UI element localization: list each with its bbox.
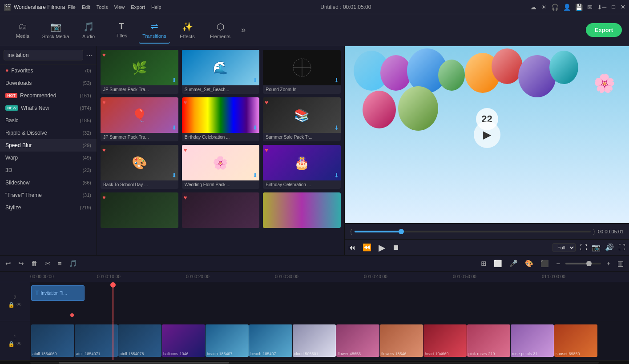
toolbar-stock-media[interactable]: 📷 Stock Media xyxy=(40,17,71,44)
download-icon[interactable]: ⬇ xyxy=(597,4,602,11)
nav-stylize[interactable]: Stylize (219) xyxy=(0,201,97,214)
menu-edit[interactable]: Edit xyxy=(82,4,90,10)
toolbar-transitions[interactable]: ⇌ Transitions xyxy=(139,17,170,44)
eye-icon[interactable]: 👁 xyxy=(16,302,22,308)
eye-icon-1[interactable]: 👁 xyxy=(16,341,22,347)
save-icon[interactable]: 💾 xyxy=(575,4,583,11)
voice-button[interactable]: 🎤 xyxy=(508,259,520,268)
toolbar-effects[interactable]: ✨ Effects xyxy=(172,17,203,44)
toolbar-media[interactable]: 🗂 Media xyxy=(7,17,38,44)
nav-warp[interactable]: Warp (49) xyxy=(0,152,97,164)
titlebar-icons[interactable]: ☁ ☀ 🎧 👤 💾 ✉ ⬇ xyxy=(530,4,602,11)
zoom-out-button[interactable]: − xyxy=(554,259,562,268)
toolbar-audio[interactable]: 🎵 Audio xyxy=(73,17,104,44)
thumb-r4-1[interactable]: ♥ xyxy=(101,192,178,228)
fit-screen-button[interactable]: ⛶ xyxy=(580,244,587,252)
lock-icon-1[interactable]: 🔒 xyxy=(8,341,15,347)
thumb-round-zoom[interactable]: ⬇ Round Zoom In xyxy=(263,50,341,94)
step-back-button[interactable]: ⏮ xyxy=(348,244,355,252)
window-controls[interactable]: ─ □ ✕ xyxy=(602,4,625,10)
mail-icon[interactable]: ✉ xyxy=(587,4,593,11)
zoom-slider[interactable] xyxy=(565,263,601,264)
search-options-icon[interactable]: ⋯ xyxy=(86,51,93,60)
settings-button[interactable]: ▥ xyxy=(616,259,625,268)
nav-whats-new[interactable]: NEW What's New (374) xyxy=(0,102,97,114)
toolbar-titles[interactable]: T Titles xyxy=(106,17,137,44)
menu-tools[interactable]: Tools xyxy=(97,4,108,10)
menu-file[interactable]: File xyxy=(68,4,76,10)
bracket-left[interactable]: { xyxy=(350,228,352,235)
nav-recommended[interactable]: HOT Recommended (161) xyxy=(0,89,97,102)
fullscreen-button[interactable]: ⛶ xyxy=(618,244,625,252)
menu-bar[interactable]: File Edit Tools View Export Help xyxy=(68,4,161,10)
nav-speed-blur[interactable]: Speed Blur (29) xyxy=(0,139,97,152)
clip-roses[interactable]: pink-roses-219 xyxy=(467,324,510,357)
menu-export[interactable]: Export xyxy=(131,4,145,10)
redo-button[interactable]: ↪ xyxy=(16,259,26,268)
delete-button[interactable]: 🗑 xyxy=(29,259,40,268)
nav-travel[interactable]: "Travel" Theme (31) xyxy=(0,189,97,201)
clip-flowers[interactable]: flowers-18546 xyxy=(380,324,423,357)
thumb-wedding-floral[interactable]: ♥ 🌸 ⬇ Wedding Floral Pack ... xyxy=(182,145,260,189)
thumb-summer-set-beach[interactable]: 🌊 ⬇ Summer_Set_Beach... xyxy=(182,50,260,94)
audio-adjust-button[interactable]: 🎵 xyxy=(67,259,79,268)
cut-button[interactable]: ✂ xyxy=(43,259,52,268)
search-input[interactable] xyxy=(4,50,83,60)
scrollbar-track[interactable] xyxy=(30,362,599,364)
adjust-button[interactable]: ≡ xyxy=(56,259,64,268)
clip-atoll-3[interactable]: atoll-1854078 xyxy=(118,324,161,357)
cloud-icon[interactable]: ☁ xyxy=(530,4,536,11)
nav-ripple[interactable]: Ripple & Dissolve (32) xyxy=(0,127,97,139)
clip-heart[interactable]: heart-104669 xyxy=(423,324,467,357)
nav-basic[interactable]: Basic (185) xyxy=(0,114,97,127)
export-button[interactable]: Export xyxy=(586,23,622,37)
nav-3d[interactable]: 3D (23) xyxy=(0,164,97,176)
clip-sunset[interactable]: sunset-69850 xyxy=(554,324,597,357)
clip-atoll-2[interactable]: atoll-1854071 xyxy=(75,324,118,357)
lock-icon[interactable]: 🔒 xyxy=(8,302,15,308)
headphone-icon[interactable]: 🎧 xyxy=(551,4,559,11)
size-select[interactable]: Full 1/2 1/4 xyxy=(552,243,576,252)
thumb-birthday-2[interactable]: ♥ 🎂 ⬇ Birthday Celebration ... xyxy=(263,145,341,189)
menu-view[interactable]: View xyxy=(114,4,125,10)
nav-downloads[interactable]: Downloads (53) xyxy=(0,77,97,89)
expand-button[interactable]: » xyxy=(241,25,246,35)
clip-cloud[interactable]: cloud-505501 xyxy=(293,324,336,357)
minimize-button[interactable]: ─ xyxy=(602,4,606,10)
zoom-in-button[interactable]: + xyxy=(605,259,612,268)
person-icon[interactable]: 👤 xyxy=(563,4,571,11)
undo-button[interactable]: ↩ xyxy=(4,259,13,268)
nav-slideshow[interactable]: Slideshow (66) xyxy=(0,176,97,189)
thumb-jp-summer-2[interactable]: ♥ 🎈 ⬇ JP Summer Pack Tra... xyxy=(101,97,178,141)
toolbar-elements[interactable]: ⬡ Elements xyxy=(205,17,236,44)
sun-icon[interactable]: ☀ xyxy=(541,4,547,11)
thumb-r4-3[interactable] xyxy=(263,192,341,228)
thumb-back-to-school[interactable]: ♥ 🎨 ⬇ Back To School Day ... xyxy=(101,145,178,189)
timeline-scrollbar[interactable] xyxy=(0,360,629,364)
play-button[interactable]: ▶ xyxy=(379,242,385,253)
clip-flower[interactable]: flower-48653 xyxy=(336,324,379,357)
thumb-birthday-celebration[interactable]: ♥ ⬇ Birthday Celebration ... xyxy=(182,97,260,141)
color-button[interactable]: 🎨 xyxy=(523,259,535,268)
clip-beach-1[interactable]: beach-185407 xyxy=(206,324,249,357)
close-button[interactable]: ✕ xyxy=(621,4,625,10)
pip-button[interactable]: ⬛ xyxy=(539,259,551,268)
thumb-summer-sale[interactable]: ♥ 📚 ⬇ Summer Sale Pack Tr... xyxy=(263,97,341,141)
maximize-button[interactable]: □ xyxy=(612,4,615,10)
snap-button[interactable]: ⊞ xyxy=(479,259,488,268)
clip-beach-2[interactable]: beach-185407 xyxy=(249,324,292,357)
clip-balloons[interactable]: balloons-1046 xyxy=(162,324,205,357)
menu-help[interactable]: Help xyxy=(151,4,161,10)
clip-petals[interactable]: rose-petals-31 xyxy=(511,324,554,357)
frame-back-button[interactable]: ⏪ xyxy=(363,243,371,252)
split-button[interactable]: ⬜ xyxy=(492,259,504,268)
clip-atoll-1[interactable]: atoll-1854069 xyxy=(31,324,74,357)
text-clip[interactable]: T Invitation Ti... xyxy=(31,285,85,301)
bracket-right[interactable]: } xyxy=(593,228,595,235)
volume-button[interactable]: 🔊 xyxy=(605,243,614,252)
stop-button[interactable]: ⏹ xyxy=(392,244,399,252)
screenshot-button[interactable]: 📷 xyxy=(592,243,601,252)
nav-favorites[interactable]: ♥ Favorites (0) xyxy=(0,64,97,77)
scrollbar-thumb[interactable] xyxy=(59,362,229,364)
thumb-r4-2[interactable]: ♥ xyxy=(182,192,260,228)
